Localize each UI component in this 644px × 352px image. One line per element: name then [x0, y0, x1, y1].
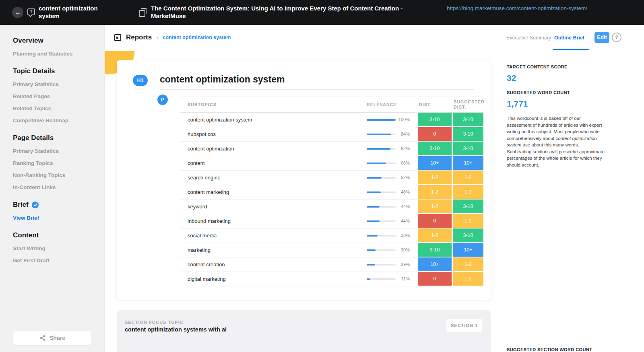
suggested-dist-cell: 3-10	[453, 200, 483, 213]
tab-outline-brief[interactable]: Outline Brief	[554, 35, 584, 41]
suggested-dist-cell: 1-2	[453, 171, 483, 184]
suggested-dist-cell: 3-10	[453, 127, 483, 141]
sidebar-item-related-pages[interactable]: Related Pages	[13, 93, 104, 100]
table-row[interactable]: social media38%1-23-10	[180, 228, 483, 243]
column-header-relevance: RELEVANCE	[367, 102, 397, 107]
relevance-percent: 11%	[388, 272, 410, 286]
relevance-bar-fill	[367, 220, 380, 222]
table-row[interactable]: marketing30%3-1010+	[180, 243, 483, 257]
subtopic-cell: social media	[188, 228, 217, 243]
relevance-bar-fill	[367, 278, 370, 280]
dist-cell: 1-2	[418, 228, 452, 242]
relevance-bar-fill	[367, 163, 386, 164]
edit-button[interactable]: Edit	[594, 32, 609, 43]
breadcrumb-reports[interactable]: Reports	[126, 33, 152, 41]
dist-cell: 10+	[418, 257, 452, 271]
share-icon	[39, 335, 46, 341]
subtopic-cell: hubspot cos	[188, 127, 216, 141]
help-icon[interactable]: ?	[612, 33, 621, 42]
breadcrumb-current-report[interactable]: content optimization system	[163, 35, 231, 40]
relevance-percent: 44%	[388, 214, 410, 228]
sidebar-item-primary-statistics[interactable]: Primary Statistics	[13, 81, 104, 88]
share-label: Share	[50, 335, 65, 341]
relevance-percent: 100%	[388, 113, 410, 127]
suggested-dist-cell: 3-10	[453, 113, 483, 126]
table-row[interactable]: content66%10+10+	[180, 156, 483, 171]
sidebar-item-primary-statistics[interactable]: Primary Statistics	[13, 148, 104, 154]
section-focus-topic: content optimization systems with ai	[125, 326, 227, 333]
document-title: content optimization system	[160, 74, 285, 85]
target-content-score-label: TARGET CONTENT SCORE	[507, 64, 568, 69]
subtopic-cell: inbound marketing	[188, 214, 231, 228]
table-row[interactable]: search engine52%1-21-2	[180, 171, 483, 185]
outline-brief-card: H1 content optimization system P SUBTOPI…	[117, 60, 491, 300]
relevance-bar-fill	[367, 148, 390, 150]
table-row[interactable]: content marketing48%1-21-2	[180, 185, 483, 200]
suggested-dist-cell: 1-2	[453, 272, 483, 286]
reports-icon	[114, 34, 121, 41]
column-header-dist: DIST.	[419, 102, 432, 107]
h1-badge: H1	[133, 75, 148, 86]
relevance-percent: 84%	[388, 127, 410, 141]
subtopic-cell: content	[188, 156, 205, 170]
table-row[interactable]: keyword44%1-23-10	[180, 200, 483, 214]
column-header-subtopics: SUBTOPICS	[188, 102, 217, 107]
table-row[interactable]: content optimization82%3-103-10	[180, 142, 483, 156]
relevance-bar-fill	[367, 235, 378, 237]
share-button[interactable]: Share	[13, 331, 91, 345]
section-focus-card: SECTION FOCUS TOPIC content optimization…	[117, 310, 491, 352]
subtopic-cell: content optimization	[188, 142, 234, 156]
sidebar-item-non-ranking-topics[interactable]: Non-Ranking Topics	[13, 172, 104, 179]
sidebar-heading-overview: Overview	[13, 36, 104, 45]
table-row[interactable]: inbound marketing44%01-2	[180, 214, 483, 228]
sidebar-item-view-brief[interactable]: View Brief	[13, 214, 104, 221]
table-row[interactable]: content optimization system100%3-103-10	[180, 113, 483, 127]
suggested-dist-cell: 10+	[453, 156, 483, 170]
dist-cell: 1-2	[418, 200, 452, 213]
column-header-suggested-dist: SUGGESTED DIST.	[454, 99, 487, 110]
relevance-bar-fill	[367, 134, 391, 135]
subtopics-table: SUBTOPICS RELEVANCE DIST. SUGGESTED DIST…	[180, 97, 483, 286]
sidebar-nav: OverviewPlanning and StatisticsTopic Det…	[0, 25, 104, 264]
title-underline	[160, 89, 474, 90]
dist-cell: 1-2	[418, 171, 452, 184]
sidebar-item-planning-and-statistics[interactable]: Planning and Statistics	[13, 50, 104, 57]
sidebar-item-competitive-heatmap[interactable]: Competitive Heatmap	[13, 117, 104, 124]
suggested-dist-cell: 3-10	[453, 228, 483, 242]
target-content-score-value: 32	[507, 73, 516, 83]
table-row[interactable]: content creation29%10+1-2	[180, 257, 483, 272]
table-body: content optimization system100%3-103-10h…	[180, 113, 483, 286]
subtopic-cell: search engine	[188, 171, 221, 185]
relevance-percent: 38%	[388, 228, 410, 243]
dist-cell: 3-10	[418, 243, 452, 257]
subtopic-cell: content creation	[188, 257, 225, 272]
table-row[interactable]: digital marketing11%01-2	[180, 272, 483, 286]
sidebar-item-start-writing[interactable]: Start Writing	[13, 245, 104, 252]
suggested-dist-cell: 1-2	[453, 185, 483, 199]
sidebar: OverviewPlanning and StatisticsTopic Det…	[0, 25, 105, 352]
dist-cell: 3-10	[418, 113, 452, 126]
relevance-bar-fill	[367, 191, 381, 193]
sidebar-item-in-content-links[interactable]: In-Content Links	[13, 184, 104, 191]
sidebar-heading-content: Content	[13, 231, 104, 240]
sidebar-item-related-topics[interactable]: Related Topics	[13, 105, 104, 112]
sidebar-item-ranking-topics[interactable]: Ranking Topics	[13, 160, 104, 167]
relevance-percent: 44%	[388, 200, 410, 214]
dist-cell: 10+	[418, 156, 452, 170]
suggested-dist-cell: 3-10	[453, 142, 483, 155]
suggested-word-count-value: 1,771	[507, 99, 528, 109]
subtopic-cell: digital marketing	[188, 272, 226, 286]
table-row[interactable]: hubspot cos84%03-10	[180, 127, 483, 142]
back-button[interactable]: ←	[12, 7, 23, 18]
subtopic-cell: content marketing	[188, 185, 229, 199]
sidebar-item-get-first-draft[interactable]: Get First Draft	[13, 257, 104, 264]
page-url-link[interactable]: https://blog.marketmuse.com/content-opti…	[447, 4, 620, 12]
relevance-percent: 29%	[388, 257, 410, 272]
tab-executive-summary[interactable]: Executive Summary	[506, 35, 551, 41]
suggested-dist-cell: 1-2	[453, 257, 483, 271]
topic-tag-icon: T	[27, 8, 35, 15]
breadcrumb: Reports › content optimization system	[114, 33, 231, 41]
suggested-section-word-count-label: SUGGESTED SECTION WORD COUNT	[507, 347, 592, 352]
dist-cell: 1-2	[418, 185, 452, 199]
sidebar-heading-page-details: Page Details	[13, 134, 104, 142]
